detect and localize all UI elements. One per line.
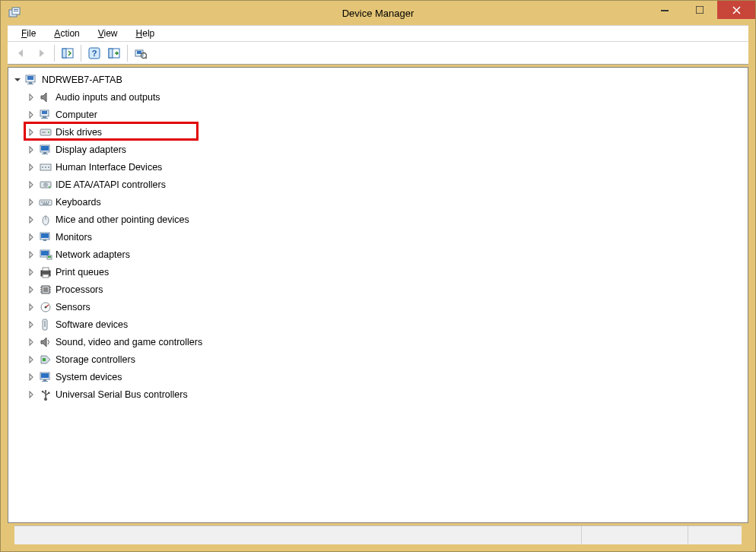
- tree-item[interactable]: System devices: [8, 368, 748, 385]
- tree-panel[interactable]: NDRWEB7-AFTAB Audio inputs and outputsCo…: [8, 67, 748, 523]
- tree-item[interactable]: Network adapters: [8, 246, 748, 263]
- usb-icon: [39, 388, 52, 401]
- status-cell: [582, 526, 688, 544]
- expander-icon[interactable]: [25, 91, 37, 103]
- svg-rect-30: [42, 154, 48, 154]
- content-wrap: NDRWEB7-AFTAB Audio inputs and outputsCo…: [1, 65, 755, 551]
- svg-rect-3: [14, 11, 18, 11]
- tree-item[interactable]: Keyboards: [8, 193, 748, 211]
- tree-item[interactable]: Universal Serial Bus controllers: [8, 385, 748, 403]
- display-icon: [39, 143, 52, 157]
- tree-item-label: Disk drives: [54, 127, 102, 138]
- tree-item-label: Software devices: [54, 319, 128, 330]
- network-icon: [39, 248, 52, 262]
- computer-root-icon: [25, 73, 39, 87]
- tree-root-label: NDRWEB7-AFTAB: [40, 75, 122, 85]
- tree-item[interactable]: Software devices: [8, 316, 748, 333]
- tree-item-label: Computer: [54, 109, 97, 120]
- tree-item-label: Print queues: [54, 267, 109, 278]
- tree-item-label: Keyboards: [54, 197, 101, 208]
- expander-icon[interactable]: [25, 389, 37, 401]
- svg-rect-13: [137, 51, 141, 54]
- printer-icon: [39, 265, 52, 279]
- svg-rect-23: [41, 118, 48, 119]
- svg-rect-28: [41, 146, 49, 151]
- tree-item[interactable]: Disk drives: [8, 123, 748, 141]
- tree-item[interactable]: Audio inputs and outputs: [8, 88, 748, 106]
- toolbar-separator: [127, 45, 128, 62]
- show-hide-tree-button[interactable]: [59, 44, 77, 62]
- menu-view[interactable]: View: [91, 27, 125, 40]
- scan-hardware-button[interactable]: [132, 44, 150, 62]
- expander-icon[interactable]: [25, 161, 37, 173]
- tree-item[interactable]: Sensors: [8, 298, 748, 316]
- svg-text:?: ?: [92, 49, 97, 58]
- svg-rect-48: [43, 240, 46, 241]
- sensor-icon: [39, 300, 52, 314]
- tree-item[interactable]: Human Interface Devices: [8, 158, 748, 176]
- svg-rect-4: [661, 10, 669, 11]
- expander-icon[interactable]: [25, 354, 37, 366]
- expander-icon[interactable]: [25, 144, 37, 156]
- tree-item-label: Sensors: [54, 302, 91, 312]
- svg-rect-67: [44, 321, 46, 327]
- maximize-button[interactable]: [682, 1, 717, 19]
- svg-point-65: [45, 306, 47, 308]
- expander-icon[interactable]: [25, 284, 37, 296]
- tree-item-label: Sound, video and game controllers: [54, 337, 202, 347]
- tree-item[interactable]: Mice and other pointing devices: [8, 211, 748, 228]
- svg-rect-70: [41, 373, 49, 378]
- help-button[interactable]: ?: [85, 44, 103, 62]
- expander-icon[interactable]: [25, 109, 37, 121]
- storage-icon: [39, 353, 52, 366]
- tree-item[interactable]: Sound, video and game controllers: [8, 333, 748, 351]
- svg-rect-7: [62, 49, 66, 58]
- tree-item[interactable]: Monitors: [8, 228, 748, 246]
- tree-item[interactable]: Print queues: [8, 263, 748, 281]
- expander-icon[interactable]: [25, 371, 37, 383]
- expander-icon[interactable]: [25, 249, 37, 261]
- tree-item[interactable]: Display adapters: [8, 141, 748, 158]
- svg-rect-55: [43, 274, 49, 278]
- expander-icon[interactable]: [25, 231, 37, 243]
- svg-rect-42: [48, 201, 49, 203]
- tree-item-label: System devices: [54, 372, 122, 382]
- tree-item-label: Network adapters: [54, 249, 130, 260]
- svg-rect-50: [41, 251, 49, 255]
- audio-icon: [39, 90, 52, 104]
- minimize-button[interactable]: [647, 1, 682, 19]
- tree-item[interactable]: Computer: [8, 106, 748, 123]
- svg-point-33: [45, 167, 46, 168]
- tree-item-label: Universal Serial Bus controllers: [54, 389, 188, 400]
- toolbar-separator: [81, 45, 81, 62]
- expander-icon[interactable]: [25, 126, 37, 138]
- sound-icon: [39, 335, 52, 349]
- expander-icon[interactable]: [25, 266, 37, 278]
- expander-icon[interactable]: [25, 301, 37, 313]
- expander-icon[interactable]: [25, 179, 37, 191]
- tree-root-row[interactable]: NDRWEB7-AFTAB: [8, 71, 748, 88]
- menu-action[interactable]: Action: [46, 27, 87, 40]
- device-manager-window: Device Manager File Action View Help: [0, 0, 756, 552]
- tree-item-label: Processors: [54, 284, 103, 295]
- svg-rect-19: [27, 84, 33, 84]
- close-button[interactable]: [717, 1, 755, 19]
- expander-icon[interactable]: [25, 319, 37, 331]
- tree-item[interactable]: Processors: [8, 281, 748, 298]
- menu-file[interactable]: File: [14, 27, 43, 40]
- tree-item[interactable]: Storage controllers: [8, 351, 748, 368]
- expander-icon[interactable]: [25, 214, 37, 226]
- svg-point-36: [43, 182, 48, 187]
- expander-icon[interactable]: [25, 336, 37, 348]
- expander-collapse-icon[interactable]: [11, 74, 24, 86]
- tree-item[interactable]: IDE ATA/ATAPI controllers: [8, 176, 748, 193]
- svg-rect-18: [29, 82, 32, 84]
- action-button[interactable]: [105, 44, 123, 62]
- system-icon: [39, 370, 52, 384]
- svg-point-25: [48, 132, 49, 133]
- titlebar-buttons: [647, 1, 755, 19]
- forward-button[interactable]: [32, 44, 50, 62]
- menu-help[interactable]: Help: [129, 27, 163, 40]
- back-button[interactable]: [12, 44, 30, 62]
- expander-icon[interactable]: [25, 196, 37, 208]
